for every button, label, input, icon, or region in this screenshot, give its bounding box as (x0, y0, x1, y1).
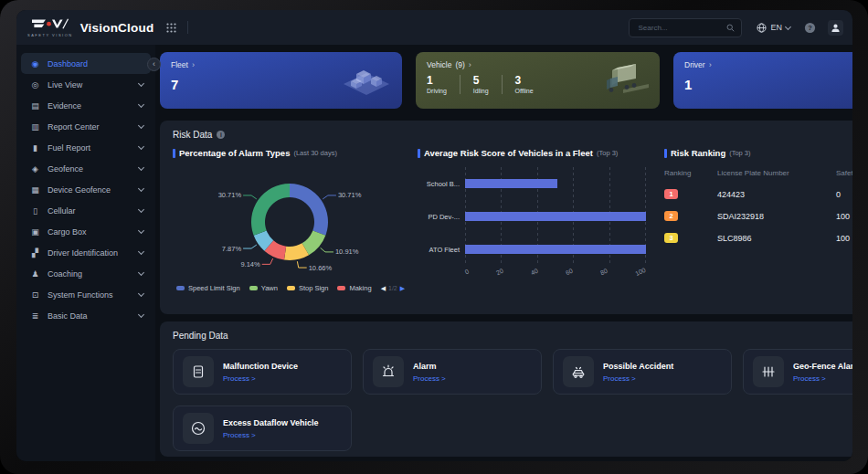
sidebar-item-coaching[interactable]: ♟Coaching (21, 263, 151, 284)
column-safety-score: Safety Score (836, 169, 852, 177)
search-input[interactable] (636, 23, 722, 33)
risk-score-chart-subtitle: (Top 3) (597, 149, 618, 157)
pending-card-text: Excess Dataflow VehicleProcess > (223, 418, 319, 439)
sidebar: ◉Dashboard◎Live View▤Evidence▥Report Cen… (16, 45, 155, 461)
chevron-down-icon (138, 101, 144, 108)
vehicle-offline-stat: 3 Offline (502, 75, 546, 94)
sidebar-item-label: Driver Identification (48, 248, 132, 258)
bar-track (465, 179, 646, 188)
brand-logo[interactable]: SAFETY VISION (27, 18, 73, 37)
process-link[interactable]: Process > (603, 374, 673, 383)
x-axis-tick-label: 60 (565, 268, 574, 277)
search-icon[interactable] (726, 24, 735, 32)
search-box[interactable] (629, 18, 742, 37)
sidebar-item-label: Report Center (48, 122, 132, 132)
sidebar-item-report-center[interactable]: ▥Report Center (21, 116, 151, 137)
fence-icon (753, 356, 784, 387)
sidebar-item-evidence[interactable]: ▤Evidence (21, 95, 151, 116)
process-link[interactable]: Process > (223, 431, 319, 439)
section-accent-bar (418, 149, 420, 158)
chevron-down-icon (138, 311, 144, 318)
help-button[interactable]: ? (804, 22, 816, 34)
chevron-down-icon (138, 227, 144, 234)
legend-label: Yawn (261, 284, 278, 292)
apps-grid-icon[interactable] (166, 23, 176, 33)
sidebar-item-label: Fuel Report (48, 143, 132, 153)
donut-percentage-label: 30.71% (218, 191, 242, 199)
globe-icon (757, 23, 767, 33)
sidebar-item-label: Dashboard (48, 59, 143, 68)
legend-item[interactable]: Stop Sign (287, 284, 329, 292)
sidebar-item-driver-identification[interactable]: ▞Driver Identification (21, 242, 151, 263)
pending-card-excess-dataflow-vehicle[interactable]: Excess Dataflow VehicleProcess > (173, 406, 352, 451)
bar[interactable] (465, 179, 557, 188)
legend-prev-icon[interactable]: ◀ (381, 285, 386, 292)
sidebar-item-dashboard[interactable]: ◉Dashboard (21, 53, 151, 74)
chevron-down-icon (138, 248, 144, 255)
sidebar-item-device-geofence[interactable]: ▦Device Geofence (21, 179, 151, 200)
donut-label-line (297, 261, 306, 268)
siren-icon (373, 356, 404, 387)
donut-label-line (262, 258, 273, 264)
process-link[interactable]: Process > (413, 374, 446, 383)
pending-card-title: Excess Dataflow Vehicle (223, 418, 319, 427)
driver-card-label: Driver (684, 60, 705, 69)
legend-next-icon[interactable]: ▶ (400, 285, 405, 292)
sidebar-item-system-functions[interactable]: ⊡System Functions (21, 284, 151, 305)
process-link[interactable]: Process > (793, 374, 852, 383)
sidebar-item-live-view[interactable]: ◎Live View (21, 74, 151, 95)
fleet-card[interactable]: Fleet › 7 (160, 52, 402, 109)
vehicle-card[interactable]: Vehicle (9) › 1 Driving 5 (416, 52, 660, 109)
sidebar-item-cellular[interactable]: ▯Cellular (21, 200, 151, 221)
info-icon[interactable]: i (217, 131, 225, 139)
fleet-count: 7 (171, 77, 391, 92)
sidebar-item-cargo-box[interactable]: ▣Cargo Box (21, 221, 151, 242)
bar[interactable] (465, 245, 646, 254)
risk-data-title: Risk Data (173, 130, 212, 140)
sidebar-item-label: Basic Data (48, 311, 132, 321)
safety-vision-logo-icon (31, 18, 69, 32)
sidebar-item-geofence[interactable]: ◈Geofence (21, 158, 151, 179)
donut-segment[interactable] (290, 184, 328, 236)
risk-ranking-title: Risk Ranking (671, 148, 725, 158)
bar[interactable] (465, 212, 646, 221)
pending-card-possible-accident[interactable]: Possible AccidentProcess > (553, 349, 732, 395)
bar-category-label: PD Dev-... (418, 213, 465, 221)
driving-count: 1 (427, 75, 447, 86)
donut-segment[interactable] (251, 184, 290, 236)
license-plate-cell: SDAI232918 (717, 212, 836, 221)
bar-row: School B... (418, 167, 657, 200)
pending-card-malfunction-device[interactable]: Malfunction DeviceProcess > (173, 349, 352, 395)
sidebar-collapse-button[interactable]: ‹ (147, 58, 161, 71)
chevron-right-icon: › (709, 61, 712, 69)
language-selector[interactable]: EN (757, 23, 790, 33)
device-icon (183, 356, 214, 387)
legend-item[interactable]: Yawn (249, 284, 278, 292)
legend-item[interactable]: Speed Limit Sign (176, 284, 240, 292)
x-axis-tick-label: 100 (634, 267, 647, 277)
header-divider (187, 21, 188, 34)
sidebar-item-basic-data[interactable]: ≣Basic Data (21, 305, 151, 326)
rank-badge: 1 (664, 189, 678, 199)
offline-label: Offline (515, 88, 534, 94)
driver-card[interactable]: Driver › 1 (673, 52, 852, 109)
pending-card-title: Malfunction Device (223, 362, 298, 371)
process-link[interactable]: Process > (223, 374, 298, 383)
safety-score-cell: 0 (836, 190, 852, 199)
main-content: Fleet › 7 (155, 45, 852, 461)
bar-row: PD Dev-... (418, 200, 657, 233)
donut-label-line (321, 248, 333, 252)
pending-card-geo-fence-alarm[interactable]: Geo-Fence AlarmProcess > (743, 349, 852, 395)
sidebar-item-label: Cargo Box (48, 227, 132, 237)
risk-ranking-table: Ranking License Plate Number Safety Scor… (664, 169, 852, 243)
profile-button[interactable] (828, 20, 843, 36)
device-bezel: SAFETY VISION VisionCloud (0, 0, 868, 474)
donut-legend: Speed Limit SignYawnStop SignMaking ◀ 1/… (173, 284, 418, 292)
donut-label-line (243, 245, 257, 248)
license-plate-cell: 424423 (717, 190, 836, 199)
pending-card-alarm[interactable]: AlarmProcess > (363, 349, 542, 395)
idling-label: Idling (473, 88, 489, 94)
id-grid-icon: ▞ (30, 248, 40, 258)
sidebar-item-fuel-report[interactable]: ▮Fuel Report (21, 137, 151, 158)
legend-item[interactable]: Making (337, 284, 371, 292)
